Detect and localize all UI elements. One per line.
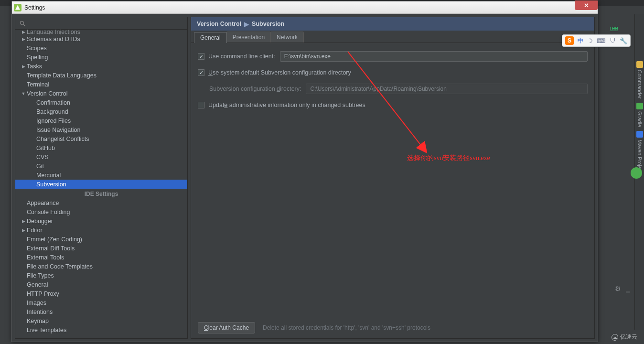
checkbox-use-sys-dir[interactable]: [198, 69, 204, 76]
tree-item-label: Mercurial: [36, 172, 61, 179]
tree-item[interactable]: Git: [15, 161, 187, 171]
ime-moon-icon[interactable]: ☽: [587, 37, 593, 44]
tool-window-button[interactable]: Commander: [635, 61, 644, 99]
tree-item-label: Git: [36, 163, 44, 170]
tree-item-label: Tasks: [27, 63, 42, 70]
window-title: Settings: [24, 4, 45, 11]
tree-item-label: GitHub: [36, 145, 55, 151]
ime-lang[interactable]: 中: [578, 37, 583, 45]
ime-tool-icon[interactable]: 🔧: [620, 37, 627, 44]
label-use-sys-dir: Use system default Subversion configurat…: [208, 69, 351, 76]
tree-item[interactable]: Intentions: [15, 307, 187, 316]
tree-item[interactable]: Spelling: [15, 53, 187, 62]
tree-twisty-icon[interactable]: ▶: [20, 64, 27, 69]
tab-presentation[interactable]: Presentation: [226, 32, 271, 43]
tool-window-icon: [636, 61, 643, 68]
tree-item-label: Spelling: [27, 54, 48, 61]
breadcrumb: Version Control ▶ Subversion: [191, 17, 594, 31]
settings-tree[interactable]: ▶Language Injections▶Schemas and DTDsSco…: [15, 30, 187, 338]
tree-item-label: Live Templates: [27, 327, 66, 333]
tree-item[interactable]: External Diff Tools: [15, 244, 187, 253]
tree-item[interactable]: Console Folding: [15, 207, 187, 216]
breadcrumb-root[interactable]: Version Control: [197, 21, 241, 27]
gear-icon[interactable]: ⚙: [615, 285, 621, 292]
tree-item[interactable]: Confirmation: [15, 98, 187, 107]
tree-twisty-icon[interactable]: ▶: [20, 37, 27, 42]
tree-item[interactable]: ▶Tasks: [15, 62, 187, 71]
chevron-right-icon: ▶: [244, 21, 249, 28]
search-bar[interactable]: [15, 17, 187, 30]
tree-item[interactable]: ▶Debugger: [15, 216, 187, 226]
tree-twisty-icon[interactable]: ▼: [20, 91, 27, 96]
ime-toolbar[interactable]: S 中 ☽ ⌨ ⛉ 🔧: [562, 34, 631, 47]
tool-window-button[interactable]: Gradle: [635, 103, 644, 127]
input-cli-path[interactable]: E:\svn\bin\svn.exe: [280, 51, 588, 62]
tree-item[interactable]: Appearance: [15, 198, 187, 207]
tab-general[interactable]: General: [194, 32, 227, 43]
ime-keyboard-icon[interactable]: ⌨: [597, 37, 606, 44]
tree-item-label: File and Code Templates: [27, 263, 93, 270]
tree-item[interactable]: Keymap: [15, 316, 187, 325]
tree-item[interactable]: Background: [15, 107, 187, 116]
tree-item[interactable]: Template Data Languages: [15, 71, 187, 80]
tree-item-label: Changelist Conflicts: [36, 136, 89, 142]
tree-item-label: Console Folding: [27, 209, 70, 215]
tab-bar[interactable]: General Presentation Network: [191, 31, 594, 43]
tree-item-label: Subversion: [36, 181, 66, 188]
tree-item-label: Editor: [27, 227, 43, 234]
tree-item-label: HTTP Proxy: [27, 290, 59, 297]
tree-item[interactable]: Changelist Conflicts: [15, 134, 187, 143]
tree-item[interactable]: File Types: [15, 271, 187, 280]
tree-item-label: Scopes: [27, 45, 47, 52]
tree-item[interactable]: External Tools: [15, 253, 187, 262]
tree-twisty-icon[interactable]: ▶: [20, 228, 27, 233]
tree-item[interactable]: HTTP Proxy: [15, 289, 187, 298]
titlebar[interactable]: Settings: [12, 1, 598, 14]
tree-item-label: Confirmation: [36, 99, 70, 106]
tree-item[interactable]: Scopes: [15, 43, 187, 53]
tree-twisty-icon[interactable]: ▶: [20, 219, 27, 224]
tree-item[interactable]: Emmet (Zen Coding): [15, 235, 187, 244]
tree-item-label: CVS: [36, 154, 49, 161]
tree-item[interactable]: File and Code Templates: [15, 262, 187, 271]
sogou-icon: S: [565, 36, 574, 45]
tab-network[interactable]: Network: [270, 32, 304, 43]
tree-item-label: Intentions: [27, 309, 53, 315]
tree-item[interactable]: ▶Editor: [15, 226, 187, 235]
tree-item[interactable]: Terminal: [15, 80, 187, 89]
tool-window-icon: [636, 103, 643, 109]
tree-item-label: Issue Navigation: [36, 127, 80, 133]
tree-item[interactable]: Live Templates: [15, 325, 187, 334]
tree-item-label: Keymap: [27, 318, 49, 324]
tree-item[interactable]: ▶Schemas and DTDs: [15, 34, 187, 43]
tree-item[interactable]: Images: [15, 298, 187, 307]
breadcrumb-leaf: Subversion: [252, 21, 284, 27]
editor-gutter-icons: ⚙ ⎯: [615, 285, 630, 292]
window-close-button[interactable]: [575, 0, 598, 10]
tree-item-label: Appearance: [27, 200, 59, 206]
checkbox-use-cli[interactable]: [198, 53, 204, 60]
svg-point-0: [20, 21, 23, 24]
svg-line-1: [23, 24, 25, 26]
tree-item-label: File Types: [27, 272, 54, 279]
tree-item-label: External Tools: [27, 254, 64, 261]
tree-item[interactable]: GitHub: [15, 143, 187, 152]
tree-item[interactable]: Issue Navigation: [15, 125, 187, 134]
tree-item-label: Terminal: [27, 81, 49, 88]
tree-item[interactable]: ▼Version Control: [15, 89, 187, 98]
tree-item[interactable]: Ignored Files: [15, 116, 187, 125]
collapse-icon[interactable]: ⎯: [626, 285, 630, 292]
label-use-cli: Use command line client:: [208, 53, 275, 60]
clear-auth-cache-button[interactable]: Clear Auth Cache: [198, 322, 255, 333]
tree-item-label: Template Data Languages: [27, 72, 97, 79]
tree-item[interactable]: Subversion: [15, 180, 187, 189]
tree-item[interactable]: General: [15, 280, 187, 289]
settings-content-panel: Version Control ▶ Subversion General Pre…: [191, 17, 595, 339]
ide-settings-header: IDE Settings: [15, 189, 187, 198]
tree-item[interactable]: CVS: [15, 152, 187, 161]
tree-item[interactable]: Mercurial: [15, 171, 187, 180]
ime-user-icon[interactable]: ⛉: [610, 37, 616, 44]
checkbox-update-admin[interactable]: [198, 102, 204, 108]
tree-item-label: Background: [36, 108, 68, 115]
app-icon: [14, 4, 21, 11]
